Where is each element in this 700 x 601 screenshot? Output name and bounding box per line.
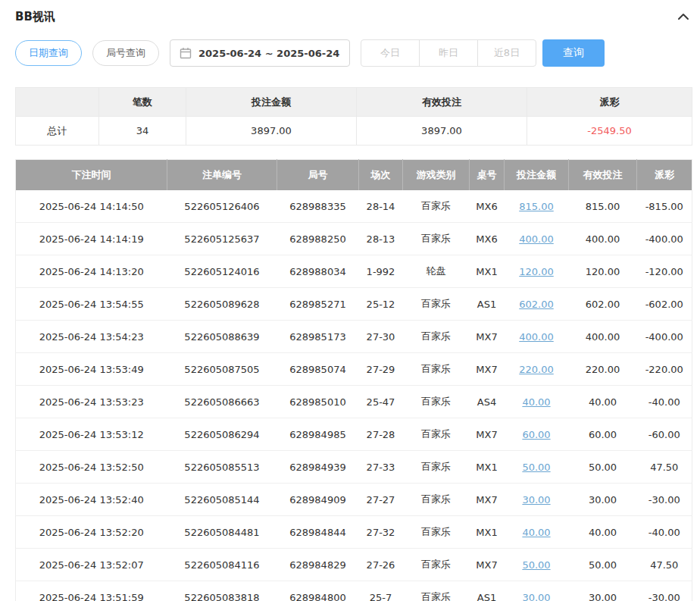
cell-bet-time: 2025-06-24 14:13:20 [16, 255, 167, 288]
cell-round-id: 628984985 [277, 418, 359, 451]
cell-table-no: MX7 [470, 418, 505, 451]
bet-amount-link[interactable]: 30.00 [522, 494, 550, 506]
cell-bet-id: 522605124016 [167, 255, 277, 288]
cell-bet-amount: 815.00 [505, 190, 569, 223]
cell-payout: -120.00 [637, 255, 692, 288]
cell-bet-id: 522605089628 [167, 288, 277, 321]
cell-bet-amount: 220.00 [505, 353, 569, 386]
search-button[interactable]: 查询 [542, 39, 605, 67]
cell-bet-amount: 40.00 [505, 516, 569, 549]
cell-session: 27-33 [359, 451, 403, 484]
date-range-input[interactable]: 2025-06-24 ~ 2025-06-24 [170, 39, 350, 67]
round-query-tab[interactable]: 局号查询 [92, 40, 159, 66]
bet-amount-link[interactable]: 400.00 [519, 331, 554, 343]
cell-round-id: 628984829 [277, 549, 359, 581]
bet-amount-link[interactable]: 60.00 [522, 429, 550, 440]
cell-table-no: AS1 [470, 288, 505, 321]
collapse-chevron-icon[interactable] [675, 8, 692, 25]
header-bet-time: 下注时间 [16, 160, 167, 191]
summary-total-label: 总计 [16, 117, 99, 146]
cell-bet-id: 522605087505 [167, 353, 277, 386]
header-bet-amount: 投注金额 [505, 160, 569, 191]
summary-header-valid-bet: 有效投注 [357, 88, 527, 117]
cell-game-type: 百家乐 [403, 190, 470, 223]
bet-amount-link[interactable]: 40.00 [522, 527, 550, 538]
summary-count: 34 [99, 117, 186, 146]
summary-bet-amount: 3897.00 [186, 117, 357, 146]
cell-table-no: MX7 [470, 321, 505, 353]
cell-payout: -602.00 [637, 288, 692, 321]
cell-round-id: 628988250 [277, 223, 359, 255]
cell-bet-id: 522605086663 [167, 386, 277, 418]
header-payout: 派彩 [637, 160, 692, 191]
bet-table-body: 2025-06-24 14:14:50522605126406628988335… [16, 190, 692, 601]
cell-game-type: 百家乐 [403, 581, 470, 601]
cell-bet-id: 522605084116 [167, 549, 277, 581]
cell-bet-id: 522605125637 [167, 223, 277, 255]
cell-table-no: MX7 [470, 549, 505, 581]
cell-bet-amount: 602.00 [505, 288, 569, 321]
summary-header-payout: 派彩 [527, 88, 692, 117]
date-query-tab[interactable]: 日期查询 [15, 40, 82, 66]
cell-bet-id: 522605088639 [167, 321, 277, 353]
cell-session: 1-992 [359, 255, 403, 288]
bet-amount-link[interactable]: 220.00 [519, 364, 554, 375]
table-row: 2025-06-24 13:52:20522605084481628984844… [16, 516, 692, 549]
cell-table-no: AS1 [470, 581, 505, 601]
cell-round-id: 628985271 [277, 288, 359, 321]
cell-game-type: 轮盘 [403, 255, 470, 288]
cell-round-id: 628985010 [277, 386, 359, 418]
cell-payout: -815.00 [637, 190, 692, 223]
bet-amount-link[interactable]: 50.00 [522, 462, 550, 473]
cell-bet-time: 2025-06-24 14:14:19 [16, 223, 167, 255]
cell-session: 25-47 [359, 386, 403, 418]
cell-valid-bet: 120.00 [569, 255, 637, 288]
cell-payout: -400.00 [637, 321, 692, 353]
cell-valid-bet: 40.00 [569, 516, 637, 549]
last-8-days-button[interactable]: 近8日 [477, 39, 536, 67]
cell-payout: 47.50 [637, 451, 692, 484]
bet-amount-link[interactable]: 400.00 [519, 233, 554, 245]
cell-bet-time: 2025-06-24 14:14:50 [16, 190, 167, 223]
bet-amount-link[interactable]: 815.00 [519, 201, 554, 212]
cell-session: 27-26 [359, 549, 403, 581]
cell-bet-id: 522605083818 [167, 581, 277, 601]
table-row: 2025-06-24 14:13:20522605124016628988034… [16, 255, 692, 288]
table-row: 2025-06-24 13:52:50522605085513628984939… [16, 451, 692, 484]
bet-amount-link[interactable]: 50.00 [522, 559, 550, 571]
cell-session: 27-29 [359, 353, 403, 386]
bet-amount-link[interactable]: 40.00 [522, 396, 550, 408]
yesterday-button[interactable]: 昨日 [419, 39, 478, 67]
cell-bet-time: 2025-06-24 13:51:59 [16, 581, 167, 601]
summary-header-count: 笔数 [99, 88, 186, 117]
cell-round-id: 628988034 [277, 255, 359, 288]
cell-table-no: MX7 [470, 484, 505, 516]
bet-amount-link[interactable]: 120.00 [519, 266, 554, 277]
bet-amount-link[interactable]: 602.00 [519, 299, 554, 310]
date-range-value: 2025-06-24 ~ 2025-06-24 [198, 48, 339, 59]
summary-header-bet-amount: 投注金额 [186, 88, 357, 117]
cell-game-type: 百家乐 [403, 516, 470, 549]
cell-session: 28-13 [359, 223, 403, 255]
cell-table-no: MX1 [470, 516, 505, 549]
cell-game-type: 百家乐 [403, 386, 470, 418]
cell-bet-amount: 50.00 [505, 549, 569, 581]
bet-table: 下注时间 注单编号 局号 场次 游戏类别 桌号 投注金额 有效投注 派彩 202… [15, 159, 692, 601]
header-session: 场次 [359, 160, 403, 191]
cell-session: 27-32 [359, 516, 403, 549]
cell-table-no: MX6 [470, 223, 505, 255]
filter-bar: 日期查询 局号查询 2025-06-24 ~ 2025-06-24 今日 昨日 … [15, 39, 692, 67]
cell-round-id: 628985173 [277, 321, 359, 353]
panel-header: BB视讯 [15, 2, 692, 32]
table-row: 2025-06-24 13:52:40522605085144628984909… [16, 484, 692, 516]
cell-bet-amount: 30.00 [505, 581, 569, 601]
bet-amount-link[interactable]: 30.00 [522, 592, 550, 601]
cell-bet-time: 2025-06-24 13:53:12 [16, 418, 167, 451]
cell-valid-bet: 50.00 [569, 549, 637, 581]
today-button[interactable]: 今日 [361, 39, 420, 67]
panel-title: BB视讯 [15, 10, 55, 24]
cell-table-no: MX6 [470, 190, 505, 223]
summary-table: 笔数 投注金额 有效投注 派彩 总计 34 3897.00 3897.00 -2… [15, 87, 692, 146]
header-table-no: 桌号 [470, 160, 505, 191]
cell-session: 27-28 [359, 418, 403, 451]
